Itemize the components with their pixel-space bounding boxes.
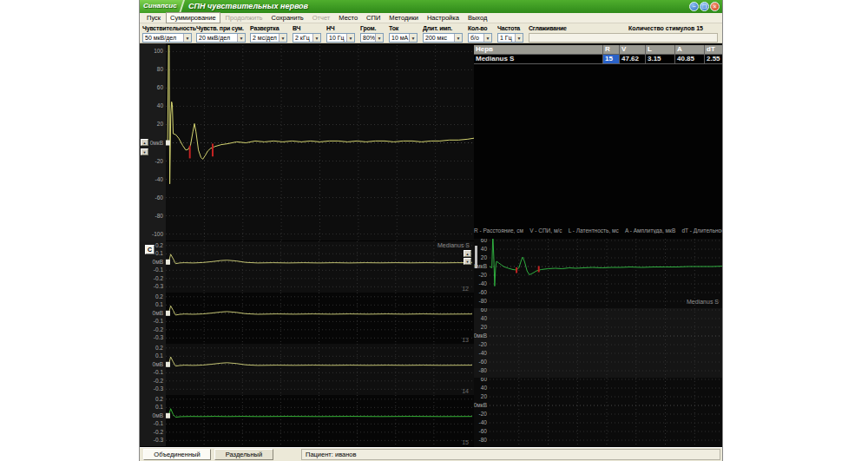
sweep-select[interactable]: 2 мс/дел▼ xyxy=(250,33,287,43)
cell-v[interactable]: 47.62 xyxy=(620,55,646,64)
y-axis-tick: 100 xyxy=(154,48,163,55)
chevron-down-icon[interactable]: ▼ xyxy=(312,34,320,42)
summary-chart-3[interactable] xyxy=(490,378,722,447)
sweep-scale-up-icon[interactable]: ▲ xyxy=(464,250,471,257)
sweep-chart-13[interactable]: 13 xyxy=(166,293,472,344)
y-axis-tick: -20 xyxy=(155,158,163,165)
trace-number: 14 xyxy=(462,388,469,394)
cell-nerve[interactable]: Medianus S xyxy=(474,55,603,64)
smoothing-field[interactable] xyxy=(529,33,718,43)
chevron-down-icon[interactable]: ▼ xyxy=(454,34,462,42)
scale-up-icon[interactable]: ▲ xyxy=(141,139,148,146)
header-l: L xyxy=(646,45,675,55)
sweep-chart-14[interactable]: 14 xyxy=(166,344,472,395)
cell-dt[interactable]: 2.55 xyxy=(705,55,722,64)
cell-l[interactable]: 3.15 xyxy=(646,55,675,64)
sum-sensitivity-select[interactable]: 20 мкВ/дел▼ xyxy=(196,33,246,43)
chevron-down-icon[interactable]: ▼ xyxy=(183,34,191,42)
y-axis-tick: 80 xyxy=(157,66,163,73)
status-bar: Объединенный Раздельный Пациент: иванов xyxy=(140,447,722,461)
y-axis-tick: -20 xyxy=(479,411,487,418)
menu-item-summirovanie[interactable]: Суммирование xyxy=(166,12,220,23)
sensitivity-select[interactable]: 50 мкВ/дел▼ xyxy=(142,33,192,43)
y-axis-tick: -0.3 xyxy=(154,283,163,290)
volume-value: 80% xyxy=(363,35,375,41)
y-axis-tick: 0мВ xyxy=(153,259,163,266)
lf-select[interactable]: 10 Гц▼ xyxy=(326,33,355,43)
minimize-icon[interactable]: − xyxy=(689,2,699,11)
chevron-down-icon[interactable]: ▼ xyxy=(483,34,491,42)
y-axis-tick: -80 xyxy=(479,437,487,444)
summary-chart-2[interactable] xyxy=(490,308,722,378)
frequency-select[interactable]: 1 Гц▼ xyxy=(497,33,523,43)
header-r: R xyxy=(603,45,620,55)
sensitivity-label: Чувствительность xyxy=(142,25,196,31)
y-axis-tick: -0.2 xyxy=(154,378,163,385)
y-axis-tick: -20 xyxy=(479,272,487,279)
table-row[interactable]: Medianus S 15 47.62 3.15 40.85 2.55 xyxy=(474,55,722,64)
sweep-chart-15[interactable]: 15 xyxy=(166,395,472,446)
y-axis-tick: 0мкВ xyxy=(150,140,163,147)
volume-label: Гром. xyxy=(360,25,376,31)
menu-item-spi[interactable]: СПИ xyxy=(363,13,384,23)
chevron-down-icon[interactable]: ▼ xyxy=(515,34,523,42)
y-axis-tick: 0.2 xyxy=(155,242,163,249)
y-axis-tick: -100 xyxy=(152,231,163,238)
y-axis-tick: -0.1 xyxy=(154,369,163,376)
menu-item-otchet: Отчет xyxy=(309,13,334,23)
menu-item-pusk[interactable]: Пуск xyxy=(143,13,164,23)
main-chart[interactable] xyxy=(166,45,474,240)
panel-splitter-handle[interactable] xyxy=(475,246,477,268)
y-axis-tick: -60 xyxy=(155,194,163,201)
sweep-chart-12[interactable]: 12 xyxy=(166,241,472,293)
toolbar: Чувствительность 50 мкВ/дел▼ Чувств. при… xyxy=(140,23,722,43)
count-select[interactable]: б/о▼ xyxy=(468,33,492,43)
summary-chart-1[interactable]: Medianus S xyxy=(490,239,722,308)
pulse-duration-value: 200 мкс xyxy=(425,35,447,41)
window-title: СПН чувствительных нервов xyxy=(188,2,308,10)
c-button[interactable]: C xyxy=(145,245,155,254)
hf-label: ВЧ xyxy=(293,25,300,31)
chevron-down-icon[interactable]: ▼ xyxy=(279,34,286,42)
sweep-row-14: 0.20.10мВ-0.1-0.2-0.3 14 xyxy=(140,344,474,395)
cell-a[interactable]: 40.85 xyxy=(675,55,705,64)
y-axis-tick: -80 xyxy=(479,298,487,305)
scale-down-icon[interactable]: ▼ xyxy=(141,148,148,155)
menu-item-sohranit[interactable]: Сохранить xyxy=(267,13,306,23)
chevron-down-icon[interactable]: ▼ xyxy=(237,34,245,42)
volume-select[interactable]: 80%▼ xyxy=(360,33,384,43)
chevron-down-icon[interactable]: ▼ xyxy=(375,34,383,42)
sweep-row-13: 0.20.10мВ-0.1-0.2-0.3 13 xyxy=(140,293,474,344)
y-axis-tick: -0.2 xyxy=(154,275,163,282)
screenshot-page: Синапсис СПН чувствительных нервов − ❐ ×… xyxy=(0,0,868,461)
menu-item-mesto[interactable]: Место xyxy=(335,13,361,23)
cell-r[interactable]: 15 xyxy=(603,55,620,64)
lf-value: 10 Гц xyxy=(329,35,345,41)
tab-combined[interactable]: Объединенный xyxy=(143,449,211,460)
y-axis-tick: 0мВ xyxy=(153,412,163,419)
menu-item-metodiki[interactable]: Методики xyxy=(385,13,422,23)
close-icon[interactable]: × xyxy=(710,2,720,11)
sweep-13-y-axis: 0.20.10мВ-0.1-0.2-0.3 xyxy=(140,293,166,344)
y-axis-tick: -40 xyxy=(479,350,487,357)
y-axis-tick: -60 xyxy=(479,359,487,366)
summary-chart-2-y-axis: 6040200мкВ-20-40-60-80 xyxy=(474,308,490,378)
count-value: б/о xyxy=(470,35,479,41)
sweep-scale-down-icon[interactable]: ▼ xyxy=(464,258,471,265)
menu-item-nastroika[interactable]: Настройка xyxy=(424,13,463,23)
pulse-duration-select[interactable]: 200 мкс▼ xyxy=(423,33,463,43)
count-label: Кол-во xyxy=(468,25,487,31)
y-axis-tick: 60 xyxy=(481,308,487,313)
chevron-down-icon[interactable]: ▼ xyxy=(346,34,354,42)
chevron-down-icon[interactable]: ▼ xyxy=(409,34,417,42)
tab-separate[interactable]: Раздельный xyxy=(214,449,273,460)
y-axis-tick: 0мкВ xyxy=(474,333,487,339)
maximize-icon[interactable]: ❐ xyxy=(700,2,709,11)
menu-item-vyhod[interactable]: Выход xyxy=(464,13,490,23)
sum-sensitivity-value: 20 мкВ/дел xyxy=(199,35,230,41)
current-select[interactable]: 10 мА▼ xyxy=(389,33,418,43)
hf-select[interactable]: 2 кГц▼ xyxy=(293,33,321,43)
y-axis-tick: -0.1 xyxy=(154,420,163,427)
sweep-panel-nerve-label: Medianus S xyxy=(391,242,470,248)
lf-label: НЧ xyxy=(326,25,335,31)
